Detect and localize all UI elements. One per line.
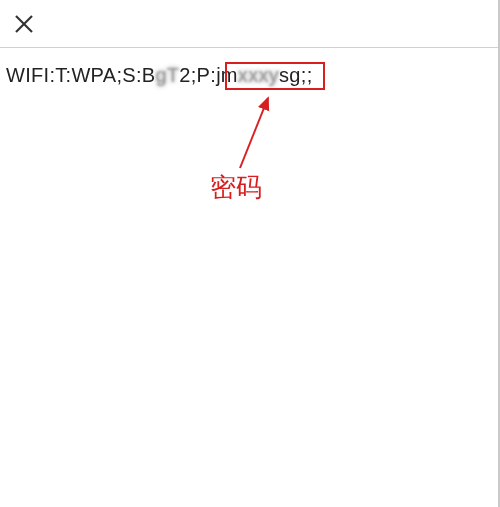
svg-line-3: [240, 98, 268, 168]
pwd-start: jm: [216, 64, 238, 86]
ssid-blurred: gT: [155, 64, 179, 86]
wifi-trailing: ;;: [301, 64, 313, 86]
header-bar: [0, 0, 500, 48]
pwd-end: sg: [279, 64, 301, 86]
close-icon[interactable]: [12, 12, 36, 36]
wifi-string: WIFI:T:WPA;S:BgT2;P:jmxxxysg;;: [0, 48, 500, 103]
pwd-blurred: xxxy: [238, 64, 279, 86]
annotation-label: 密码: [210, 170, 262, 205]
wifi-prefix: WIFI:T:WPA;S:B: [6, 64, 155, 86]
ssid-suffix: 2;P:: [179, 64, 216, 86]
